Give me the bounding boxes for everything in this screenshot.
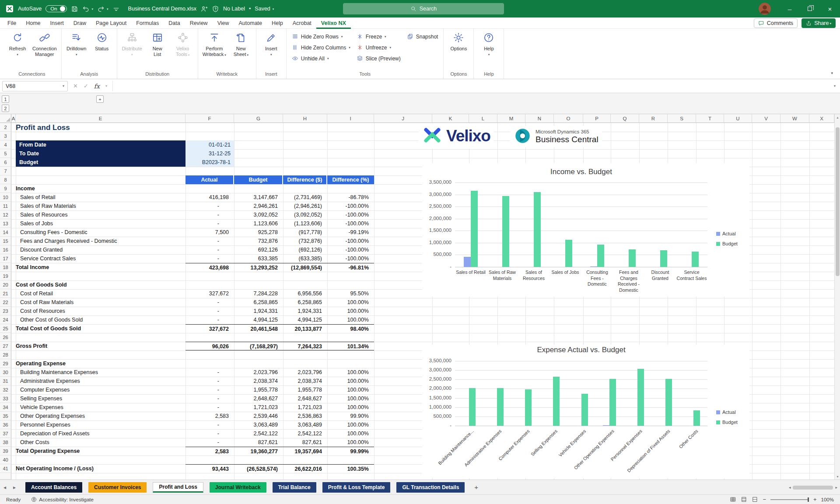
- value-cell[interactable]: -: [186, 438, 234, 447]
- value-cell[interactable]: (917,778): [283, 228, 327, 237]
- hide-zero-columns-button[interactable]: Hide Zero Columns▾: [289, 42, 354, 53]
- row-label[interactable]: Sales of Jobs: [16, 219, 186, 228]
- perform-writeback-button[interactable]: PerformWriteback ▾: [200, 30, 228, 58]
- row-header-38[interactable]: 38: [0, 438, 11, 447]
- table-column-header[interactable]: Difference (%): [327, 175, 374, 184]
- value-cell[interactable]: (2,946,261): [283, 202, 327, 210]
- scroll-down-icon[interactable]: ▼: [835, 473, 840, 480]
- value-cell[interactable]: 3,063,489: [234, 420, 283, 429]
- value-cell[interactable]: (2,731,469): [283, 193, 327, 202]
- page-break-view-button[interactable]: [752, 496, 758, 503]
- row-header-30[interactable]: 30: [0, 368, 11, 377]
- row-header-4[interactable]: 4: [0, 140, 11, 149]
- minimize-button[interactable]: –: [780, 0, 800, 18]
- value-cell[interactable]: 100.00%: [327, 429, 374, 438]
- row-header-32[interactable]: 32: [0, 385, 11, 394]
- value-cell[interactable]: 327,672: [186, 324, 234, 333]
- value-cell[interactable]: 19,357,694: [283, 447, 327, 455]
- value-cell[interactable]: 1,955,778: [283, 385, 327, 394]
- value-cell[interactable]: 2,023,796: [283, 368, 327, 377]
- row-label[interactable]: Personnel Expenses: [16, 420, 186, 429]
- outline-level-2-button[interactable]: 2: [2, 105, 9, 112]
- normal-view-button[interactable]: [730, 496, 736, 503]
- status-dropdown-icon[interactable]: ▾: [273, 7, 274, 10]
- row-header-20[interactable]: 20: [0, 280, 11, 289]
- row-header-26[interactable]: 26: [0, 333, 11, 342]
- horizontal-scrollbar[interactable]: ◂ ▸: [789, 485, 837, 490]
- expand-formula-bar-icon[interactable]: ▾: [830, 84, 840, 88]
- avatar[interactable]: [759, 3, 771, 15]
- value-cell[interactable]: 2,946,261: [234, 202, 283, 210]
- row-label[interactable]: Other Costs: [16, 438, 186, 447]
- menu-tab-page-layout[interactable]: Page Layout: [91, 18, 131, 29]
- slice-preview--button[interactable]: Slice (Preview): [354, 53, 404, 64]
- value-cell[interactable]: 3,063,489: [283, 420, 327, 429]
- status-button[interactable]: Status: [89, 30, 115, 52]
- row-header-21[interactable]: 21: [0, 289, 11, 298]
- value-cell[interactable]: -: [186, 394, 234, 403]
- row-label[interactable]: Sales of Raw Materials: [16, 202, 186, 210]
- value-cell[interactable]: 100.35%: [327, 464, 374, 473]
- value-cell[interactable]: -: [186, 237, 234, 245]
- row-label[interactable]: Cost of Goods Sold: [16, 280, 186, 289]
- value-cell[interactable]: -: [186, 429, 234, 438]
- row-label[interactable]: Administrative Expenses: [16, 377, 186, 385]
- row-label[interactable]: Depreciation of Fixed Assets: [16, 429, 186, 438]
- value-cell[interactable]: 3,147,667: [234, 193, 283, 202]
- column-header-T[interactable]: T: [696, 114, 724, 123]
- value-cell[interactable]: -100.00%: [327, 245, 374, 254]
- row-header-40[interactable]: 40: [0, 455, 11, 464]
- row-header-14[interactable]: 14: [0, 228, 11, 237]
- outline-expand-button[interactable]: +: [96, 95, 104, 103]
- snapshot-button[interactable]: Snapshot: [404, 31, 441, 42]
- value-cell[interactable]: -: [186, 420, 234, 429]
- sheet-nav-left-icon[interactable]: ◂: [0, 484, 10, 490]
- comments-button[interactable]: Comments: [754, 18, 798, 28]
- row-label[interactable]: Cost of Raw Materials: [16, 298, 186, 307]
- value-cell[interactable]: -: [186, 377, 234, 385]
- row-header-35[interactable]: 35: [0, 412, 11, 420]
- row-header-42[interactable]: [0, 473, 11, 480]
- row-header-15[interactable]: 15: [0, 237, 11, 245]
- refresh-button[interactable]: Refresh▾: [5, 30, 30, 57]
- value-cell[interactable]: 4,994,125: [234, 315, 283, 324]
- value-cell[interactable]: 633,385: [234, 254, 283, 263]
- column-header-L[interactable]: L: [469, 114, 497, 123]
- unhide-all-button[interactable]: Unhide All▾: [289, 53, 354, 64]
- value-cell[interactable]: (3,092,052): [283, 210, 327, 219]
- row-header-2[interactable]: 2: [0, 123, 11, 132]
- menu-tab-review[interactable]: Review: [185, 18, 213, 29]
- column-header-A[interactable]: A: [11, 114, 16, 123]
- sheet-tab-profit-and-loss[interactable]: Profit and Loss: [153, 482, 203, 493]
- value-cell[interactable]: (7,168,297): [234, 342, 283, 350]
- row-header-36[interactable]: 36: [0, 420, 11, 429]
- column-header-E[interactable]: E: [16, 114, 186, 123]
- autosave-toggle[interactable]: On: [46, 5, 66, 12]
- row-label[interactable]: Net Operating Income / (Loss): [16, 464, 186, 473]
- row-header-19[interactable]: 19: [0, 272, 11, 280]
- value-cell[interactable]: -: [186, 245, 234, 254]
- scroll-up-icon[interactable]: ▲: [835, 114, 840, 120]
- value-cell[interactable]: -100.00%: [327, 237, 374, 245]
- value-cell[interactable]: 26,622,016: [283, 464, 327, 473]
- redo-icon[interactable]: [97, 5, 105, 13]
- column-header-P[interactable]: P: [583, 114, 611, 123]
- column-header-Q[interactable]: Q: [611, 114, 639, 123]
- value-cell[interactable]: 1,721,023: [234, 403, 283, 412]
- value-cell[interactable]: 99.99%: [327, 447, 374, 455]
- value-cell[interactable]: 100.00%: [327, 385, 374, 394]
- value-cell[interactable]: 2,038,374: [283, 377, 327, 385]
- insert-function-icon[interactable]: fx: [94, 83, 100, 90]
- value-cell[interactable]: 100.00%: [327, 315, 374, 324]
- row-header-25[interactable]: 25: [0, 324, 11, 333]
- hide-zero-rows-button[interactable]: Hide Zero Rows▾: [289, 31, 354, 42]
- row-header-39[interactable]: 39: [0, 447, 11, 455]
- menu-tab-acrobat[interactable]: Acrobat: [288, 18, 316, 29]
- chart-income-vs-budget[interactable]: Income vs. Budget-500,0001,000,0001,500,…: [422, 163, 749, 297]
- value-cell[interactable]: -100.00%: [327, 210, 374, 219]
- row-label[interactable]: Total Cost of Goods Sold: [16, 324, 186, 333]
- row-label[interactable]: Sales of Resources: [16, 210, 186, 219]
- zoom-out-button[interactable]: −: [763, 496, 766, 503]
- undo-dropdown-icon[interactable]: ▾: [92, 7, 94, 10]
- value-cell[interactable]: 95.50%: [327, 289, 374, 298]
